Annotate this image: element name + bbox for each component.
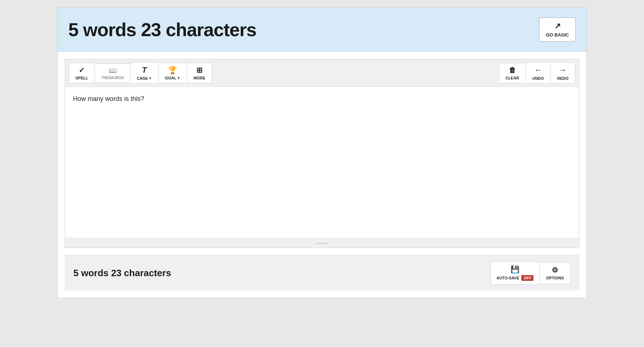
redo-button[interactable]: → REDO [550,62,575,84]
more-button[interactable]: ⊞ MORE [187,63,212,83]
undo-label: UNDO [532,76,544,80]
editor-wrapper: ✓ SPELL 📖 THESAURUS T CASE ▼ 🏆 [65,59,579,248]
goal-icon: 🏆 [168,66,177,74]
case-label: CASE ▼ [137,76,152,80]
toolbar-left: ✓ SPELL 📖 THESAURUS T CASE ▼ 🏆 [69,62,212,84]
main-container: 5 words 23 characters ↗ GO BASIC ✓ SPELL… [57,7,587,298]
footer-word-count: 5 words 23 characters [73,268,171,279]
clear-button[interactable]: 🗑 CLEAR [499,63,526,83]
page-title: 5 words 23 characters [68,19,256,40]
case-icon: T [142,65,147,75]
autosave-icon: 💾 [511,265,519,274]
thesaurus-button[interactable]: 📖 THESAURUS [94,63,130,83]
go-basic-label: GO BASIC [546,32,569,38]
resize-dots-icon: ═══ [316,241,328,246]
autosave-label: AUTO-SAVE [497,276,519,280]
resize-handle[interactable]: ═══ [65,239,579,248]
thesaurus-icon: 📖 [109,67,117,74]
options-label: OPTIONS [546,276,564,280]
thesaurus-label: THESAURUS [101,76,123,80]
text-editor[interactable]: How many words is this? [65,87,579,237]
clear-icon: 🗑 [509,66,516,74]
go-basic-button[interactable]: ↗ GO BASIC [539,18,576,41]
options-icon: ⚙ [552,266,558,274]
header: 5 words 23 characters ↗ GO BASIC [58,8,586,52]
autosave-toggle[interactable]: OFF [521,275,533,281]
go-basic-icon: ↗ [554,21,561,31]
clear-label: CLEAR [506,76,519,80]
options-button[interactable]: ⚙ OPTIONS [539,262,571,284]
goal-dropdown-arrow: ▼ [177,76,180,80]
redo-label: REDO [557,76,569,80]
case-button[interactable]: T CASE ▼ [130,62,158,84]
footer-right: 💾 AUTO-SAVE OFF ⚙ OPTIONS [491,261,571,285]
case-dropdown-arrow: ▼ [148,77,152,80]
more-label: MORE [194,76,205,80]
spell-button[interactable]: ✓ SPELL [69,63,94,83]
undo-button[interactable]: ← UNDO [526,62,550,84]
goal-label: GOAL ▼ [165,76,180,80]
footer: 5 words 23 characters 💾 AUTO-SAVE OFF ⚙ … [65,255,579,290]
undo-icon: ← [534,65,542,75]
toolbar-right: 🗑 CLEAR ← UNDO → REDO [499,62,575,84]
spell-label: SPELL [75,76,88,80]
goal-button[interactable]: 🏆 GOAL ▼ [158,63,187,83]
autosave-label-row: AUTO-SAVE OFF [497,275,534,281]
toolbar: ✓ SPELL 📖 THESAURUS T CASE ▼ 🏆 [65,59,579,87]
autosave-button[interactable]: 💾 AUTO-SAVE OFF [491,261,540,285]
more-icon: ⊞ [196,66,203,74]
spell-icon: ✓ [79,66,85,74]
redo-icon: → [559,65,567,75]
